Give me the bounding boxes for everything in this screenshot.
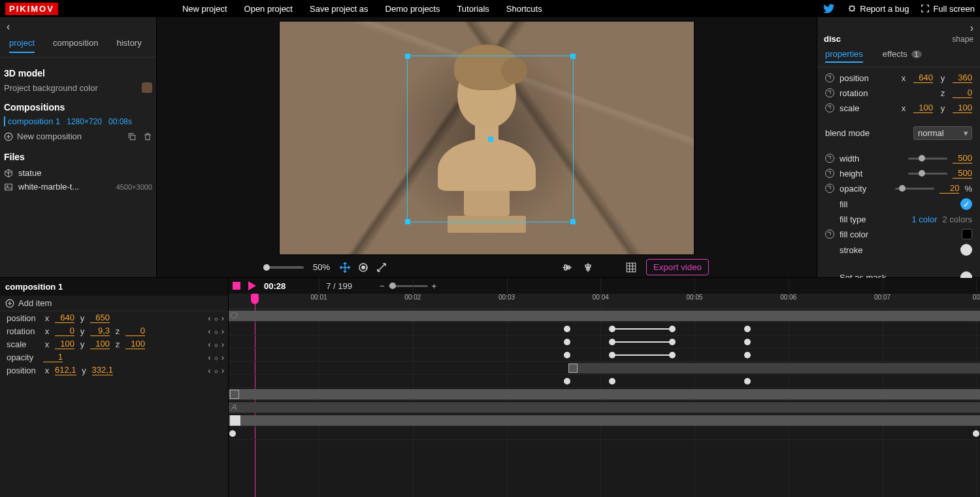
fullscreen-button[interactable]: Full screen <box>921 4 975 14</box>
stroke-toggle[interactable] <box>960 244 972 256</box>
menu-demo-projects[interactable]: Demo projects <box>385 4 440 14</box>
align-vertical-icon[interactable] <box>582 262 594 273</box>
new-composition-button[interactable]: New composition <box>17 131 82 141</box>
track[interactable] <box>229 349 980 362</box>
add-composition-icon[interactable] <box>4 132 13 141</box>
fill-toggle[interactable]: ✓ <box>960 198 972 210</box>
menu-open-project[interactable]: Open project <box>244 4 293 14</box>
tab-history[interactable]: history <box>116 38 141 53</box>
file-item[interactable]: statue <box>4 166 152 180</box>
menu-new-project[interactable]: New project <box>182 4 227 14</box>
keyframe-icon[interactable] <box>825 154 834 163</box>
delete-icon[interactable] <box>143 132 152 141</box>
twitter-icon[interactable] <box>823 2 836 15</box>
move-tool-icon[interactable] <box>339 262 351 273</box>
prev-key-icon[interactable]: ‹ <box>208 366 210 375</box>
keyframe-icon[interactable] <box>825 184 834 193</box>
height-slider[interactable] <box>908 173 947 175</box>
prev-key-icon[interactable]: ‹ <box>208 352 210 362</box>
add-key-icon[interactable]: ⬦ <box>214 366 219 375</box>
align-horizontal-icon[interactable] <box>561 262 573 273</box>
fillcolor-swatch[interactable] <box>962 229 972 239</box>
prop-value-input[interactable]: 0 <box>125 326 145 336</box>
height-input[interactable]: 500 <box>953 168 972 179</box>
add-item-button[interactable]: Add item <box>0 296 228 311</box>
timeline-zoom-slider[interactable] <box>389 285 428 287</box>
canvas[interactable] <box>279 21 694 255</box>
zoom-slider[interactable] <box>265 266 304 269</box>
composition-item[interactable]: composition 1 1280×720 00:08s <box>4 116 152 126</box>
panel-collapse-icon[interactable]: › <box>817 22 980 34</box>
duplicate-icon[interactable] <box>127 132 137 141</box>
prop-value-input[interactable]: 0 <box>55 326 74 336</box>
prop-value-input[interactable]: 640 <box>55 313 74 323</box>
keyframe-icon[interactable] <box>825 230 834 239</box>
tab-effects[interactable]: effects 1 <box>883 49 922 63</box>
filltype-2colors[interactable]: 2 colors <box>942 214 972 224</box>
track[interactable]: A <box>229 401 980 414</box>
keyframe-icon[interactable] <box>825 103 834 112</box>
prop-value-input[interactable]: 100 <box>90 339 110 349</box>
rotation-z-input[interactable]: 0 <box>953 88 972 98</box>
width-slider[interactable] <box>908 158 947 160</box>
prev-key-icon[interactable]: ‹ <box>208 339 210 349</box>
add-key-icon[interactable]: ⬦ <box>214 313 219 323</box>
prop-value-input[interactable]: 650 <box>90 313 110 323</box>
export-video-button[interactable]: Export video <box>646 259 709 275</box>
menu-shortcuts[interactable]: Shortcuts <box>506 4 542 14</box>
track[interactable] <box>229 375 980 388</box>
tab-project[interactable]: project <box>9 38 35 53</box>
prop-value-input[interactable]: 1 <box>43 352 63 362</box>
track[interactable] <box>229 309 980 322</box>
rotate-tool-icon[interactable] <box>357 262 369 273</box>
track[interactable] <box>229 322 980 335</box>
keyframe-icon[interactable] <box>825 169 834 178</box>
prop-value-input[interactable]: 612,1 <box>55 365 76 375</box>
next-key-icon[interactable]: › <box>221 339 224 349</box>
keyframe-icon[interactable] <box>825 73 834 82</box>
zoom-in-icon[interactable]: + <box>432 281 437 291</box>
prop-value-input[interactable]: 332,1 <box>92 365 114 375</box>
panel-back-icon[interactable]: ‹ <box>0 17 156 33</box>
track[interactable] <box>229 414 980 427</box>
width-input[interactable]: 500 <box>953 153 972 163</box>
add-key-icon[interactable]: ⬦ <box>214 326 219 336</box>
stop-button[interactable] <box>233 282 240 290</box>
tab-composition[interactable]: composition <box>53 38 98 53</box>
scale-x-input[interactable]: 100 <box>913 103 933 113</box>
report-bug-button[interactable]: Report a bug <box>847 4 909 14</box>
scale-tool-icon[interactable] <box>376 262 387 273</box>
track[interactable] <box>229 388 980 401</box>
prev-key-icon[interactable]: ‹ <box>208 326 210 336</box>
tab-properties[interactable]: properties <box>825 49 863 63</box>
add-key-icon[interactable]: ⬦ <box>214 339 219 349</box>
play-button[interactable] <box>248 281 256 290</box>
opacity-input[interactable]: 20 <box>939 183 959 194</box>
zoom-out-icon[interactable]: − <box>380 281 385 291</box>
menu-save-as[interactable]: Save project as <box>310 4 368 14</box>
grid-icon[interactable] <box>625 262 637 273</box>
keyframe-icon[interactable] <box>825 88 834 97</box>
file-item[interactable]: white-marble-t... 4500×3000 <box>4 180 152 194</box>
prop-value-input[interactable]: 9,3 <box>90 326 110 336</box>
next-key-icon[interactable]: › <box>221 326 224 336</box>
opacity-slider[interactable] <box>895 188 934 190</box>
track[interactable] <box>229 427 980 440</box>
prop-value-input[interactable]: 100 <box>55 339 74 349</box>
menu-tutorials[interactable]: Tutorials <box>457 4 489 14</box>
track[interactable] <box>229 335 980 349</box>
track[interactable] <box>229 362 980 375</box>
position-x-input[interactable]: 640 <box>913 73 933 83</box>
add-key-icon[interactable]: ⬦ <box>214 352 219 362</box>
next-key-icon[interactable]: › <box>221 366 224 375</box>
timeline-ruler[interactable]: 00:0100:0200:0300:0400:0500:0600:0700 <box>229 294 980 309</box>
next-key-icon[interactable]: › <box>221 352 224 362</box>
scale-y-input[interactable]: 100 <box>953 103 972 113</box>
selection-box[interactable] <box>407 56 574 222</box>
prev-key-icon[interactable]: ‹ <box>208 313 210 323</box>
filltype-1color[interactable]: 1 color <box>911 214 937 224</box>
next-key-icon[interactable]: › <box>221 313 224 323</box>
blend-mode-select[interactable]: normal <box>913 126 972 140</box>
position-y-input[interactable]: 360 <box>953 73 972 83</box>
bgcolor-swatch[interactable] <box>142 82 152 93</box>
